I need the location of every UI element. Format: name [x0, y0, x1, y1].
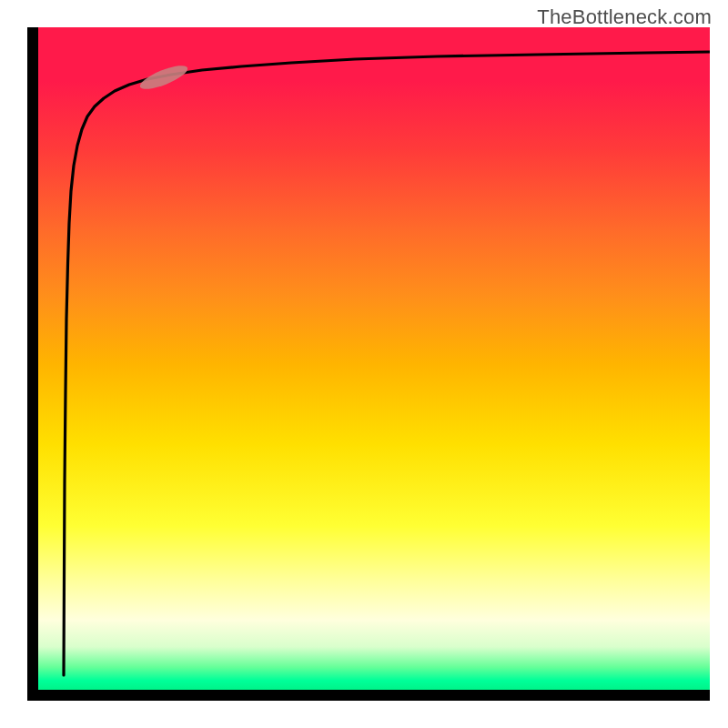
attribution-text: TheBottleneck.com: [537, 5, 712, 29]
plot-background: [27, 27, 710, 701]
chart-container: TheBottleneck.com: [0, 0, 728, 728]
